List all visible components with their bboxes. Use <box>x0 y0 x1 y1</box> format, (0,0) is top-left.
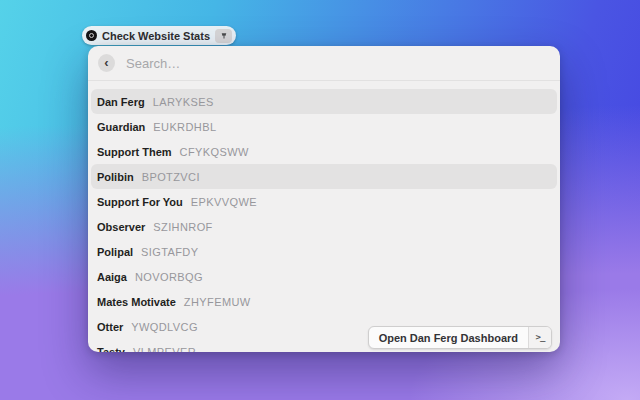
list-item[interactable]: Dan FergLARYKSES <box>91 89 557 114</box>
search-bar: ‹ <box>88 46 560 81</box>
launcher-pill-title: Check Website Stats <box>102 30 210 42</box>
item-name: Support Them <box>97 146 172 158</box>
list-item[interactable]: PolipalSIGTAFDY <box>91 239 557 264</box>
record-dot-icon <box>86 30 97 41</box>
item-code: SIGTAFDY <box>141 246 198 258</box>
item-code: EPKVVQWE <box>191 196 257 208</box>
item-name: Dan Ferg <box>97 96 145 108</box>
pin-button[interactable] <box>215 29 232 43</box>
item-code: YWQDLVCG <box>131 321 198 333</box>
item-code: EUKRDHBL <box>153 121 216 133</box>
back-button[interactable]: ‹ <box>98 54 115 72</box>
list-item[interactable]: AaigaNOVORBQG <box>91 264 557 289</box>
item-name: Polipal <box>97 246 133 258</box>
item-name: Support For You <box>97 196 183 208</box>
item-name: Guardian <box>97 121 145 133</box>
launcher-pill[interactable]: Check Website Stats <box>82 26 236 45</box>
prompt-shortcut-icon: >_ <box>528 327 551 348</box>
item-code: BPOTZVCI <box>142 171 200 183</box>
list-item[interactable]: ObserverSZIHNROF <box>91 214 557 239</box>
item-code: LARYKSES <box>153 96 214 108</box>
command-palette-window: ‹ Dan FergLARYKSESGuardianEUKRDHBLSuppor… <box>88 46 560 352</box>
item-name: Tasty <box>97 346 125 353</box>
list-item[interactable]: GuardianEUKRDHBL <box>91 114 557 139</box>
list-item[interactable]: Support For YouEPKVVQWE <box>91 189 557 214</box>
item-code: SZIHNROF <box>153 221 212 233</box>
item-code: ZHYFEMUW <box>184 296 251 308</box>
list-item[interactable]: Mates MotivateZHYFEMUW <box>91 289 557 314</box>
result-list: Dan FergLARYKSESGuardianEUKRDHBLSupport … <box>88 81 560 352</box>
item-code: VLMPEVER <box>133 346 196 353</box>
chevron-left-icon: ‹ <box>104 56 108 69</box>
item-name: Polibin <box>97 171 134 183</box>
open-dashboard-button[interactable]: Open Dan Ferg Dashboard >_ <box>368 326 552 349</box>
search-input[interactable] <box>124 55 550 72</box>
item-name: Mates Motivate <box>97 296 176 308</box>
item-name: Aaiga <box>97 271 127 283</box>
item-code: NOVORBQG <box>135 271 203 283</box>
item-name: Observer <box>97 221 145 233</box>
item-code: CFYKQSWW <box>180 146 249 158</box>
item-name: Otter <box>97 321 123 333</box>
open-dashboard-label: Open Dan Ferg Dashboard <box>369 327 528 348</box>
list-item[interactable]: Support ThemCFYKQSWW <box>91 139 557 164</box>
pin-icon <box>219 31 229 41</box>
list-item[interactable]: PolibinBPOTZVCI <box>91 164 557 189</box>
